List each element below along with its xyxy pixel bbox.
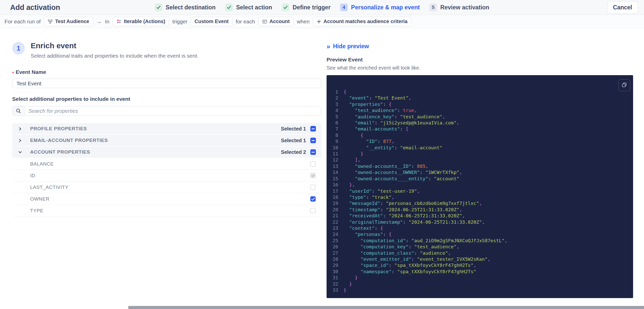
code-line: 16 }, (327, 182, 633, 188)
property-row-type[interactable]: TYPE (12, 205, 321, 217)
property-checkbox[interactable] (310, 208, 316, 213)
step-label: Review activation (440, 4, 489, 11)
code-line: 19 "messageId": "personas_cb6zdbo6im9g7x… (327, 200, 633, 206)
step-select-destination[interactable]: Select destination (155, 4, 216, 11)
step-review-activation[interactable]: 5 Review activation (430, 4, 489, 11)
code-text: } (344, 275, 358, 281)
group-account-properties[interactable]: ACCOUNT PROPERTIES Selected 2 (12, 147, 321, 158)
code-text: ], (344, 157, 361, 163)
property-row-owner[interactable]: OWNER (12, 193, 321, 205)
event-name-input[interactable] (12, 79, 321, 88)
line-number: 5 (327, 114, 338, 120)
code-line: 32 } (327, 281, 633, 287)
step-personalize-map-event[interactable]: 4 Personalize & map event (340, 4, 420, 11)
group-checkbox[interactable] (310, 138, 316, 143)
chip-label: Iterable (Actions) (124, 19, 165, 24)
code-text: } (344, 281, 352, 287)
code-line: 3 "properties": { (327, 101, 633, 107)
cancel-button[interactable]: Cancel (607, 1, 638, 14)
code-text: { (344, 132, 363, 138)
code-text: "computation_key": "test_audience", (344, 244, 459, 250)
plus-icon (317, 19, 321, 24)
copy-icon (621, 82, 627, 89)
context-text: → (96, 19, 102, 25)
line-number: 32 (327, 281, 338, 287)
code-line: 17 "userId": "test-user-19", (327, 188, 633, 194)
line-number: 13 (327, 163, 338, 169)
group-profile-properties[interactable]: PROFILE PROPERTIES Selected 1 (12, 123, 321, 135)
copy-button[interactable] (618, 79, 630, 91)
line-number: 6 (327, 120, 338, 126)
property-groups: PROFILE PROPERTIES Selected 1 EMAIL-ACCO… (12, 123, 321, 217)
code-text: "computation_id": "aud_2iO9m2gSFmJNXCoQJ… (344, 238, 507, 244)
event-name-label: •Event Name (12, 69, 321, 75)
code-line: 7 "email-accounts": [ (327, 126, 633, 132)
search-input[interactable] (25, 106, 321, 116)
property-row-balance[interactable]: BALANCE (12, 158, 321, 170)
line-number: 14 (327, 169, 338, 175)
context-text: For each run of (5, 19, 41, 25)
group-checkbox[interactable] (310, 126, 316, 132)
code-text: "properties": { (344, 101, 391, 107)
code-line: 29 "space_id": "spa_tXXbfoyvCkY8rF47ghH2… (327, 262, 633, 268)
line-number: 30 (327, 269, 338, 275)
property-checkbox[interactable] (310, 161, 316, 167)
line-number: 31 (327, 275, 338, 281)
line-number: 22 (327, 219, 338, 225)
context-text: when (297, 19, 310, 25)
iterable-icon (116, 19, 121, 24)
step-number-badge: 5 (430, 4, 437, 11)
line-number: 12 (327, 157, 338, 163)
chip-test-audience[interactable]: Test Audience (44, 17, 93, 26)
chip-label: Account (270, 19, 290, 24)
line-number: 27 (327, 250, 338, 256)
line-number: 33 (327, 287, 338, 293)
chip-custom-event[interactable]: Custom Event (191, 17, 232, 26)
code-line: 1{ (327, 89, 633, 95)
code-line: 5 "audience_key": "test_audience", (327, 114, 633, 120)
step-select-action[interactable]: Select action (225, 4, 272, 11)
code-line: 28 "event_emitter_id": "event_tester_IVX… (327, 256, 633, 262)
group-email-account-properties[interactable]: EMAIL-ACCOUNT PROPERTIES Selected 1 (12, 135, 321, 147)
step-define-trigger[interactable]: Define trigger (282, 4, 331, 11)
line-number: 7 (327, 126, 338, 132)
step-number-badge: 4 (340, 4, 348, 11)
line-number: 20 (327, 207, 338, 213)
hide-preview-link[interactable]: » Hide preview (327, 43, 369, 50)
property-row-id[interactable]: ID (12, 170, 321, 182)
double-chevron-icon: » (327, 43, 330, 50)
property-checkbox[interactable] (310, 185, 316, 190)
line-number: 24 (327, 231, 338, 237)
line-number: 1 (327, 89, 338, 95)
chip-account-entity[interactable]: Account (258, 17, 294, 26)
group-checkbox[interactable] (310, 149, 316, 155)
code-line: 22 "originalTimestamp": "2024-06-25T21:3… (327, 219, 633, 225)
code-line: 11 } (327, 151, 633, 157)
main-content: 1 Enrich event Select additional traits … (0, 28, 644, 298)
code-line: 23 "context": { (327, 225, 633, 231)
section-subtitle: Select additional traits and properties … (31, 53, 199, 59)
chip-label: Custom Event (194, 19, 228, 24)
preview-section: » Hide preview Preview Event See what th… (327, 41, 633, 298)
line-number: 3 (327, 101, 338, 107)
code-line: 18 "type": "track", (327, 194, 633, 200)
line-number: 29 (327, 262, 338, 268)
property-checkbox[interactable] (310, 196, 316, 202)
check-icon (155, 4, 162, 11)
line-number: 11 (327, 151, 338, 157)
code-text: "email": "j15i2ysedp@k1euxaIVia.com", (344, 120, 459, 126)
preview-subtitle: See what the enriched event will look li… (327, 65, 633, 71)
page-title: Add activation (10, 3, 60, 12)
property-row-last-activity[interactable]: LAST_ACTIVITY (12, 182, 321, 193)
group-label: EMAIL-ACCOUNT PROPERTIES (30, 138, 108, 143)
section-title: Enrich event (31, 41, 199, 50)
code-line: 9 "ID": 877, (327, 138, 633, 144)
chip-destination-iterable[interactable]: Iterable (Actions) (113, 17, 169, 26)
selected-count: Selected 1 (281, 138, 306, 143)
chevron-right-icon (18, 138, 25, 143)
group-label: PROFILE PROPERTIES (30, 126, 87, 132)
code-text: "owned-accounts__ID": 885, (344, 163, 428, 169)
code-line: 13 "owned-accounts__ID": 885, (327, 163, 633, 169)
chip-audience-criteria[interactable]: Account matches audience criteria (313, 17, 411, 26)
line-number: 28 (327, 256, 338, 262)
